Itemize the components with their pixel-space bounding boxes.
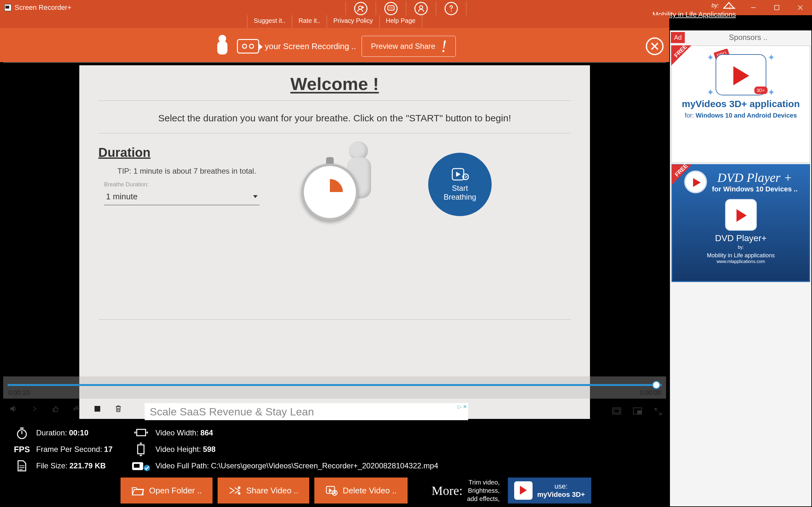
menu-help-label[interactable]: Help Page: [379, 15, 422, 28]
menu-privacy-label[interactable]: Privacy Policy: [327, 15, 379, 28]
sponsors-panel: Ad Sponsors .. FREE PRO ✦ ✦ ✦ ✦ 3D+ myVi…: [670, 31, 811, 506]
dvd-tile-icon: [725, 199, 757, 231]
svg-point-5: [420, 6, 423, 9]
title-bar: Screen Recorder+ by: Mobility in: [0, 0, 812, 15]
filesize-value: 221.79 KB: [69, 461, 106, 470]
open-folder-button[interactable]: Open Folder ..: [120, 477, 212, 504]
breathe-duration-value: 1 minute: [106, 192, 138, 202]
svg-point-22: [238, 492, 241, 495]
maximize-button[interactable]: [765, 0, 789, 15]
sponsor-card-myvideos[interactable]: FREE PRO ✦ ✦ ✦ ✦ 3D+ myVideos 3D+ applic…: [671, 46, 810, 163]
start-breathing-button[interactable]: Start Breathing: [428, 153, 492, 216]
play-arrow-icon: [451, 167, 469, 181]
app-title: Screen Recorder+: [14, 3, 71, 12]
theater-mode-icon[interactable]: [612, 407, 621, 416]
sparkle-icon: ✦: [768, 52, 775, 63]
welcome-heading: Welcome !: [79, 73, 590, 94]
card2-sub: for Windows 10 Devices ..: [712, 185, 798, 193]
video-height-value: 598: [203, 445, 216, 454]
start-label-1: Start: [452, 184, 468, 193]
myvideos-promo-icon: [514, 481, 532, 500]
card2-name: DVD Player+: [676, 233, 806, 243]
ad-close-icon[interactable]: ▷ ✕: [458, 404, 467, 410]
menu-privacy[interactable]: [406, 1, 436, 16]
sparkle-icon: ✦: [707, 52, 714, 63]
sparkle-icon: ✦: [768, 87, 775, 98]
time-total: 0:00:00: [640, 389, 661, 396]
path-icon: [127, 460, 155, 471]
inline-ad-text: Scale SaaS Revenue & Stay Lean: [150, 406, 314, 418]
recording-banner: your Screen Recording .. Preview and Sha…: [0, 31, 669, 61]
more-line-brightness: Brightness,: [467, 487, 500, 495]
card1-sub: Windows 10 and Android Devices: [696, 112, 797, 119]
svg-point-6: [451, 11, 452, 12]
dvd-disc-icon: [684, 170, 707, 193]
stopwatch-icon: [8, 427, 36, 439]
duration-label: Duration:: [36, 429, 67, 437]
3d-badge: 3D+: [754, 87, 768, 94]
more-label: More:: [432, 483, 463, 498]
card2-company: Mobility in Life applications: [676, 252, 806, 259]
svg-point-3: [391, 8, 392, 9]
fullscreen-icon[interactable]: [654, 407, 663, 416]
video-info-bar: Duration: 00:10 FPS Frame Per Second: 17…: [0, 423, 669, 473]
divider: [98, 133, 571, 133]
app-icon: [4, 4, 11, 11]
close-window-button[interactable]: [789, 0, 812, 15]
video-path-label: Video Full Path:: [155, 461, 209, 470]
myvideos-promo-button[interactable]: use: myVideos 3D+: [508, 477, 591, 504]
minimize-button[interactable]: [742, 0, 765, 15]
duration-value: 00:10: [69, 429, 88, 437]
fps-value: 17: [104, 445, 113, 454]
next-frame-icon[interactable]: [30, 404, 39, 413]
seek-bar[interactable]: 0:00:10 0:00:00: [3, 377, 666, 399]
divider: [98, 101, 571, 101]
sponsors-label: Sponsors ..: [685, 33, 811, 42]
instruction-text: Select the duration you want for your br…: [79, 113, 590, 124]
volume-icon[interactable]: [9, 404, 18, 413]
inline-ad[interactable]: Scale SaaS Revenue & Stay Lean ▷ ✕: [145, 403, 468, 420]
delete-video-button[interactable]: Delete Video ..: [314, 477, 408, 504]
svg-rect-12: [614, 409, 619, 413]
breathe-duration-dropdown[interactable]: 1 minute: [104, 190, 259, 205]
pip-icon[interactable]: [633, 407, 642, 416]
menu-rate-label[interactable]: Rate it..: [292, 15, 327, 28]
banner-close-button[interactable]: [646, 38, 664, 55]
open-folder-label: Open Folder ..: [149, 486, 202, 496]
bottom-actions: Open Folder .. Share Video .. Delete Vid…: [0, 475, 669, 506]
free-badge: FREE: [671, 45, 692, 66]
menu-labels: Suggest it.. Rate it.. Privacy Policy He…: [0, 15, 669, 28]
start-label-2: Breathing: [444, 193, 476, 202]
ad-badge: Ad: [671, 32, 685, 43]
camera-icon: [237, 39, 259, 54]
like-icon[interactable]: [51, 404, 60, 413]
menu-suggest[interactable]: [346, 1, 376, 16]
menu-rate[interactable]: [376, 1, 406, 16]
help-icon: [445, 2, 458, 15]
menu-help[interactable]: [436, 1, 467, 16]
svg-point-0: [359, 6, 362, 9]
stopwatch-image: [301, 141, 384, 230]
stop-icon[interactable]: [93, 404, 102, 413]
svg-rect-14: [638, 411, 641, 413]
seek-track[interactable]: [8, 384, 662, 386]
seek-thumb[interactable]: [652, 381, 660, 389]
share-icon[interactable]: [72, 404, 81, 413]
trash-icon[interactable]: [113, 404, 123, 413]
card2-by: by:: [676, 245, 806, 250]
preview-share-button[interactable]: Preview and Share !: [362, 36, 456, 57]
share-video-button[interactable]: Share Video ..: [217, 477, 309, 504]
mascot-icon: [213, 35, 231, 58]
svg-rect-19: [134, 464, 140, 468]
menu-suggest-label[interactable]: Suggest it..: [247, 15, 292, 28]
height-icon: [127, 442, 155, 456]
chevron-down-icon: [253, 195, 258, 198]
video-preview-area: Welcome ! Select the duration you want f…: [3, 62, 666, 421]
promo-name-label: myVideos 3D+: [537, 491, 585, 499]
delete-video-label: Delete Video ..: [343, 486, 397, 496]
privacy-icon: [415, 2, 428, 15]
sponsor-card-dvdplayer[interactable]: FREE DVD Player + for Windows 10 Devices…: [671, 164, 810, 282]
card2-title: DVD Player +: [712, 170, 798, 185]
promo-use-label: use:: [537, 482, 585, 491]
top-menu: [346, 1, 467, 16]
